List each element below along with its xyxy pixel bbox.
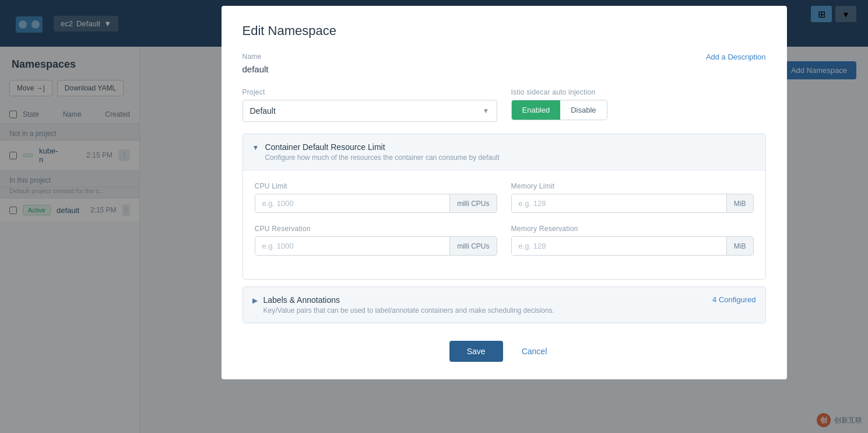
limit-row: CPU Limit milli CPUs Memory Limit Mi [255,182,754,213]
memory-limit-group: Memory Limit MiB [511,182,754,213]
cancel-button[interactable]: Cancel [510,341,559,362]
container-resource-header[interactable]: ▼ Container Default Resource Limit Confi… [243,134,765,170]
cpu-reservation-label: CPU Reservation [255,225,497,233]
form-section: Project DefaultOther ▼ Istio sidecar aut… [243,88,766,323]
save-button[interactable]: Save [449,341,503,362]
istio-disable-button[interactable]: Disable [560,100,606,120]
add-description-link[interactable]: Add a Description [706,53,766,61]
memory-limit-label: Memory Limit [511,182,754,190]
project-label: Project [243,88,497,96]
modal-title: Edit Namespace [243,23,766,39]
container-resource-section: ▼ Container Default Resource Limit Confi… [243,134,766,280]
reservation-row: CPU Reservation milli CPUs Memory Reserv… [255,225,754,256]
name-label: Name [243,53,269,61]
labels-collapse-arrow-icon: ▶ [252,296,258,305]
memory-reservation-group: Memory Reservation MiB [511,225,754,256]
modal-footer: Save Cancel [243,341,766,362]
name-row: Name default Add a Description [243,53,766,74]
labels-section-title: Labels & Annotations [263,295,707,305]
container-resource-body: CPU Limit milli CPUs Memory Limit Mi [243,170,765,279]
labels-section-desc: Key/Value pairs that can be used to labe… [263,306,707,315]
cpu-reservation-input[interactable] [255,237,450,255]
configured-count-badge: 4 Configured [712,295,755,304]
istio-label: Istio sidecar auto injection [511,88,766,96]
edit-namespace-modal: Edit Namespace Name default Add a Descri… [140,0,868,433]
project-group: Project DefaultOther ▼ [243,88,497,122]
memory-reservation-label: Memory Reservation [511,225,754,233]
cpu-reservation-input-wrap: milli CPUs [255,236,497,256]
cpu-reservation-group: CPU Reservation milli CPUs [255,225,497,256]
memory-limit-suffix: MiB [726,194,753,212]
cpu-limit-label: CPU Limit [255,182,497,190]
memory-reservation-suffix: MiB [726,237,753,255]
istio-enabled-button[interactable]: Enabled [512,100,561,120]
cpu-limit-suffix: milli CPUs [449,194,496,212]
select-arrow-icon: ▼ [476,107,497,115]
labels-section: ▶ Labels & Annotations Key/Value pairs t… [243,287,766,323]
memory-reservation-input-wrap: MiB [511,236,754,256]
collapse-arrow-icon: ▼ [252,144,259,152]
cpu-reservation-suffix: milli CPUs [449,237,496,255]
istio-group: Istio sidecar auto injection Enabled Dis… [511,88,766,122]
istio-toggle-group: Enabled Disable [511,100,607,120]
project-select-wrap: DefaultOther ▼ [243,100,497,122]
name-value: default [243,64,269,74]
labels-section-header[interactable]: ▶ Labels & Annotations Key/Value pairs t… [243,287,765,323]
modal-content: Edit Namespace Name default Add a Descri… [222,6,787,379]
cpu-limit-group: CPU Limit milli CPUs [255,182,497,213]
container-section-title: Container Default Resource Limit [265,142,499,152]
cpu-limit-input-wrap: milli CPUs [255,194,497,213]
container-section-desc: Configure how much of the resources the … [265,153,499,162]
project-select[interactable]: DefaultOther [243,100,476,121]
memory-limit-input[interactable] [512,194,726,212]
memory-reservation-input[interactable] [512,237,726,255]
cpu-limit-input[interactable] [255,194,450,212]
project-istio-row: Project DefaultOther ▼ Istio sidecar aut… [243,88,766,122]
memory-limit-input-wrap: MiB [511,194,754,213]
